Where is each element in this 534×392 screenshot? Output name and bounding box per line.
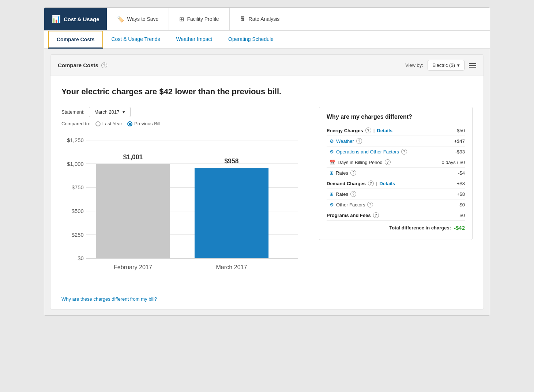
- operations-value: -$93: [455, 149, 465, 155]
- other-factors-label: ⚙ Other Factors ?: [330, 202, 373, 208]
- y-label-1000: $1,000: [67, 161, 83, 167]
- other-factors-row: ⚙ Other Factors ? $0: [327, 199, 465, 210]
- sub-tab-weather-impact[interactable]: Weather Impact: [168, 31, 221, 49]
- menu-icon[interactable]: [469, 63, 476, 68]
- top-nav: 📊 Cost & Usage 🏷️ Ways to Save ⊞ Facilit…: [44, 8, 490, 31]
- demand-charges-label: Demand Charges ? | Details: [327, 180, 395, 186]
- rates-energy-text: Rates: [336, 170, 348, 176]
- weather-help-icon[interactable]: ?: [356, 138, 362, 144]
- weather-value: +$47: [454, 138, 465, 144]
- rate-analysis-icon: 🖩: [240, 16, 246, 22]
- sub-tab-compare-costs-label: Compare Costs: [57, 37, 94, 42]
- radio-previous-bill-circle: [127, 121, 132, 126]
- sub-tab-operating-schedule[interactable]: Operating Schedule: [220, 31, 282, 49]
- weather-text[interactable]: Weather: [336, 138, 354, 144]
- rates-demand-row: ⊞ Rates ? +$8: [327, 189, 465, 199]
- card-header-title: Compare Costs ?: [58, 62, 107, 68]
- rates-energy-label: ⊞ Rates ?: [330, 170, 356, 176]
- total-row: Total difference in charges: -$42: [327, 221, 465, 233]
- radio-last-year-circle: [95, 121, 101, 126]
- demand-charges-separator: |: [376, 181, 377, 186]
- chart-section: Statement: March 2017 ▾ Compared to:: [61, 107, 473, 291]
- y-label-750: $750: [72, 184, 84, 190]
- footer-link[interactable]: Why are these charges different from my …: [61, 296, 157, 302]
- days-billing-label: 📅 Days in Billing Period ?: [330, 159, 391, 165]
- statement-value: March 2017: [94, 109, 120, 115]
- bar-march-2017: [195, 168, 268, 258]
- x-label-february: February 2017: [114, 264, 152, 270]
- energy-charges-separator: |: [373, 128, 375, 133]
- card-header: Compare Costs ? View by: Electric ($) ▾: [50, 55, 484, 76]
- sub-tab-cost-usage-trends-label: Cost & Usage Trends: [111, 36, 160, 42]
- programs-fees-row: Programs and Fees ? $0: [327, 210, 465, 221]
- x-label-march: March 2017: [216, 264, 247, 270]
- weather-gear-icon: ⚙: [330, 138, 334, 144]
- charges-panel: Why are my charges different? Energy Cha…: [319, 107, 473, 240]
- sub-tab-cost-usage-trends[interactable]: Cost & Usage Trends: [103, 31, 168, 49]
- energy-charges-row: Energy Charges ? | Details -$50: [327, 125, 465, 136]
- card-body: Your electric charges are $42 lower than…: [50, 76, 484, 309]
- chart-left: Statement: March 2017 ▾ Compared to:: [61, 107, 308, 291]
- energy-charges-details-link[interactable]: Details: [377, 128, 392, 133]
- operations-gears-icon: ⚙: [330, 149, 334, 155]
- sub-tab-compare-costs[interactable]: Compare Costs: [48, 31, 103, 49]
- brand-label: Cost & Usage: [64, 16, 99, 22]
- weather-row: ⚙ Weather ? +$47: [327, 136, 465, 146]
- compare-costs-card: Compare Costs ? View by: Electric ($) ▾: [50, 54, 484, 309]
- other-factors-gears-icon: ⚙: [330, 202, 334, 208]
- energy-charges-label: Energy Charges ? | Details: [327, 128, 392, 133]
- statement-row: Statement: March 2017 ▾: [61, 107, 308, 117]
- bar-chart-svg: $1,250 $1,000 $750 $500 $250 $0: [61, 132, 308, 290]
- programs-fees-text: Programs and Fees: [327, 213, 371, 218]
- energy-charges-text: Energy Charges: [327, 128, 363, 133]
- y-label-0: $0: [78, 255, 83, 261]
- rates-energy-value: -$4: [458, 170, 465, 176]
- radio-previous-bill[interactable]: Previous Bill: [127, 121, 161, 126]
- tab-ways-to-save[interactable]: 🏷️ Ways to Save: [107, 8, 169, 30]
- radio-last-year[interactable]: Last Year: [95, 121, 122, 126]
- rates-demand-help-icon[interactable]: ?: [350, 191, 356, 197]
- statement-arrow-icon: ▾: [123, 109, 125, 115]
- view-by-label: View by:: [405, 62, 423, 68]
- total-diff-value: -$42: [454, 225, 465, 231]
- statement-dropdown[interactable]: March 2017 ▾: [89, 107, 131, 117]
- operations-help-icon[interactable]: ?: [401, 149, 407, 155]
- tab-rate-analysis[interactable]: 🖩 Rate Analysis: [230, 8, 290, 30]
- days-billing-help-icon[interactable]: ?: [385, 159, 391, 165]
- calendar-icon: 📅: [330, 160, 335, 165]
- operations-text[interactable]: Operations and Other Factors: [336, 149, 399, 155]
- chart-controls: Statement: March 2017 ▾ Compared to:: [61, 107, 308, 126]
- rates-energy-grid-icon: ⊞: [330, 170, 334, 176]
- total-diff-label: Total difference in charges:: [389, 225, 451, 231]
- card-title-help-icon[interactable]: ?: [101, 62, 107, 68]
- hamburger-line-1: [469, 63, 476, 64]
- programs-fees-help-icon[interactable]: ?: [373, 212, 379, 218]
- energy-charges-help-icon[interactable]: ?: [365, 128, 371, 133]
- radio-previous-bill-label: Previous Bill: [134, 121, 161, 126]
- days-billing-row: 📅 Days in Billing Period ? 0 days / $0: [327, 157, 465, 168]
- demand-charges-details-link[interactable]: Details: [380, 181, 395, 186]
- main-container: 📊 Cost & Usage 🏷️ Ways to Save ⊞ Facilit…: [44, 7, 490, 316]
- tab-facility-profile-label: Facility Profile: [187, 16, 219, 22]
- rates-energy-row: ⊞ Rates ? -$4: [327, 168, 465, 178]
- other-factors-help-icon[interactable]: ?: [367, 202, 373, 208]
- demand-charges-text: Demand Charges: [327, 181, 366, 186]
- tab-facility-profile[interactable]: ⊞ Facility Profile: [169, 8, 229, 30]
- demand-charges-help-icon[interactable]: ?: [368, 180, 374, 186]
- programs-fees-value: $0: [460, 213, 465, 218]
- days-billing-value: 0 days / $0: [441, 160, 465, 165]
- summary-headline: Your electric charges are $42 lower than…: [61, 87, 473, 96]
- weather-label: ⚙ Weather ?: [330, 138, 362, 144]
- y-label-250: $250: [72, 232, 84, 238]
- bar-label-february: $1,001: [123, 153, 143, 161]
- sub-tab-operating-schedule-label: Operating Schedule: [228, 36, 274, 42]
- charges-panel-title: Why are my charges different?: [327, 114, 465, 120]
- facility-profile-icon: ⊞: [179, 16, 184, 23]
- footer-link-container: Why are these charges different from my …: [61, 296, 473, 302]
- brand[interactable]: 📊 Cost & Usage: [44, 8, 107, 30]
- sub-tab-weather-impact-label: Weather Impact: [176, 36, 213, 42]
- view-by-dropdown[interactable]: Electric ($) ▾: [428, 60, 465, 71]
- radio-last-year-label: Last Year: [102, 121, 122, 126]
- rates-energy-help-icon[interactable]: ?: [350, 170, 356, 176]
- compare-to-label: Compared to:: [61, 121, 90, 126]
